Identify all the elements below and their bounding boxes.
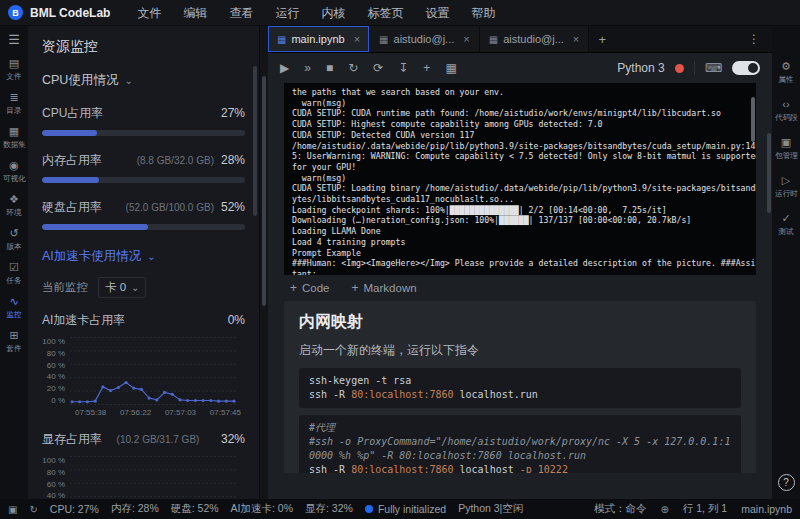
cpu-section-header[interactable]: CPU使用情况 ⌄	[42, 72, 245, 89]
status-icon-1[interactable]: ▣	[8, 504, 17, 515]
plus-icon: +	[352, 281, 359, 295]
hamburger-menu-icon[interactable]: ☰	[8, 32, 20, 47]
rail-label: 套件	[6, 343, 21, 354]
save-button[interactable]: ↧	[398, 62, 408, 74]
sidebar-item-environment[interactable]: ❖ 环境	[0, 193, 28, 219]
cpu-section-label: CPU使用情况	[42, 72, 118, 89]
menu-settings[interactable]: 设置	[414, 0, 460, 26]
tab-overflow-menu-icon[interactable]: ⋮	[736, 26, 772, 52]
sidebar-item-dataset[interactable]: ▦ 数据集	[0, 125, 28, 151]
menu-tabs[interactable]: 标签页	[356, 0, 414, 26]
close-tab-icon[interactable]: ×	[354, 33, 360, 45]
sidebar-item-kit[interactable]: ⊞ 套件	[0, 329, 28, 355]
notebook-scrollbar[interactable]	[767, 133, 771, 213]
cell-output[interactable]: the paths that we search based on your e…	[284, 83, 756, 275]
plus-icon: +	[290, 281, 297, 295]
ai-card-section-header[interactable]: AI加速卡使用情况 ⌄	[42, 248, 245, 265]
add-cell-button[interactable]: +	[423, 62, 430, 74]
keyboard-icon[interactable]: ⌨	[705, 62, 722, 74]
sidebar-item-runtime[interactable]: ▷ 运行时	[772, 174, 800, 200]
runtime-icon: ▷	[782, 174, 790, 187]
package-manager-icon: ▣	[781, 136, 791, 149]
markdown-cell[interactable]: 内网映射 启动一个新的终端，运行以下指令 ssh-keygen -t rsa s…	[284, 301, 756, 473]
toggle-knob	[748, 63, 758, 73]
interrupt-kernel-button[interactable]: ■	[326, 62, 333, 74]
sidebar-item-version[interactable]: ↺ 版本	[0, 227, 28, 253]
files-icon: ▤	[9, 57, 19, 70]
menu-help[interactable]: 帮助	[460, 0, 506, 26]
resource-panel-scrollbar[interactable]	[253, 66, 257, 216]
code-comment: #ssh -o ProxyCommand="/home/aistudio/wor…	[309, 435, 731, 463]
sidebar-item-snippets[interactable]: ‹› 代码段	[772, 98, 800, 124]
run-cell-button[interactable]: ▶	[280, 62, 289, 74]
status-icon-2[interactable]: ↻	[29, 504, 37, 515]
dataset-icon: ▦	[9, 125, 19, 138]
left-activity-bar: ☰ ▤ 文件 ≣ 目录 ▦ 数据集 ◉ 可视化 ❖ 环境 ↺ 版本 ☑ 任务	[0, 26, 28, 499]
meter-label: CPU占用率	[42, 105, 103, 122]
add-markdown-cell-button[interactable]: + Markdown	[352, 281, 417, 295]
vram-chart-y-axis: 100 % 80 % 60 % 40 % 20 % 0 %	[42, 456, 70, 499]
status-gpu: AI加速卡: 0%	[231, 502, 293, 516]
close-tab-icon[interactable]: ×	[573, 33, 579, 45]
refresh-button[interactable]: ⟳	[373, 62, 383, 74]
tab-bar: ▦ main.ipynb × ▦ aistudio@j... × ▦ aistu…	[268, 26, 772, 53]
menu-view[interactable]: 查看	[218, 0, 264, 26]
tab-aistudio-2[interactable]: ▦ aistudio@j... ×	[480, 26, 590, 52]
sidebar-item-packages[interactable]: ▣ 包管理	[772, 136, 800, 162]
sidebar-item-monitor[interactable]: ∿ 监控	[0, 295, 28, 321]
card-select-value: 卡 0	[105, 280, 126, 295]
kernel-name[interactable]: Python 3	[617, 61, 664, 75]
bml-codelab-window: B BML CodeLab 文件 编辑 查看 运行 内核 标签页 设置 帮助 ☰…	[0, 0, 800, 519]
chevron-down-icon: ⌄	[131, 282, 139, 293]
language-icon[interactable]: ⊕	[660, 504, 668, 515]
tasks-icon: ☑	[9, 261, 19, 274]
rail-label: 测试	[778, 226, 793, 237]
code-highlight: 80:localhost:7860	[351, 464, 453, 473]
code-block-ssh: ssh-keygen -t rsa ssh -R 80:localhost:78…	[299, 368, 741, 408]
sidebar-item-test[interactable]: ✓ 测试	[772, 212, 800, 238]
help-button[interactable]: ?	[778, 474, 795, 491]
run-all-button[interactable]: »	[304, 62, 311, 74]
gpu-chart-y-axis: 100 % 80 % 60 % 40 % 20 % 0 %	[42, 337, 70, 405]
chevron-down-icon: ⌄	[124, 75, 132, 86]
sidebar-item-visualization[interactable]: ◉ 可视化	[0, 159, 28, 185]
rail-label: 监控	[6, 309, 21, 320]
cursor-position[interactable]: 行 1, 列 1	[683, 502, 727, 516]
meter-detail: (52.0 GB/100.0 GB)	[126, 202, 214, 213]
rail-label: 数据集	[3, 139, 26, 150]
sidebar-item-tasks[interactable]: ☑ 任务	[0, 261, 28, 287]
sidebar-item-files[interactable]: ▤ 文件	[0, 57, 28, 83]
menu-edit[interactable]: 编辑	[172, 0, 218, 26]
tab-aistudio-1[interactable]: ▦ aistudio@j... ×	[370, 26, 480, 52]
menu-file[interactable]: 文件	[126, 0, 172, 26]
tab-label: main.ipynb	[291, 33, 344, 45]
tab-main-ipynb[interactable]: ▦ main.ipynb ×	[268, 26, 370, 52]
mode-toggle[interactable]	[732, 61, 760, 75]
card-select-dropdown[interactable]: 卡 0 ⌄	[98, 277, 146, 298]
code-highlight: -p 10222	[520, 464, 568, 473]
vram-usage-chart-plot	[70, 456, 236, 499]
close-tab-icon[interactable]: ×	[463, 33, 469, 45]
menu-kernel[interactable]: 内核	[310, 0, 356, 26]
code-line: localhost	[454, 464, 520, 473]
code-highlight: 80:localhost:7860	[351, 389, 453, 400]
output-scrollbar[interactable]	[751, 97, 755, 142]
version-icon: ↺	[9, 227, 18, 240]
mode-indicator[interactable]: 模式：命令	[594, 502, 647, 516]
kernel-status[interactable]: Python 3|空闲	[458, 502, 523, 516]
cpu-meter: CPU占用率 27%	[42, 105, 245, 136]
panel-gutter	[260, 26, 268, 499]
notebook-toolbar: ▶ » ■ ↻ ⟳ ↧ + ▦ Python 3 ⌨	[268, 53, 772, 83]
notebook-scroll-area[interactable]: the paths that we search based on your e…	[268, 83, 772, 499]
menu-run[interactable]: 运行	[264, 0, 310, 26]
notebook-icon: ▦	[379, 34, 388, 45]
grid-view-button[interactable]: ▦	[445, 62, 456, 74]
new-tab-button[interactable]: +	[589, 26, 615, 52]
memory-meter: 内存占用率 (8.8 GB/32.0 GB) 28%	[42, 152, 245, 183]
restart-kernel-button[interactable]: ↻	[348, 62, 358, 74]
add-code-cell-button[interactable]: + Code	[290, 281, 330, 295]
sidebar-item-properties[interactable]: ⚙ 属性	[772, 60, 800, 86]
status-cpu: CPU: 27%	[50, 503, 99, 515]
sidebar-item-toc[interactable]: ≣ 目录	[0, 91, 28, 117]
gutter-scrollbar[interactable]	[262, 76, 266, 306]
